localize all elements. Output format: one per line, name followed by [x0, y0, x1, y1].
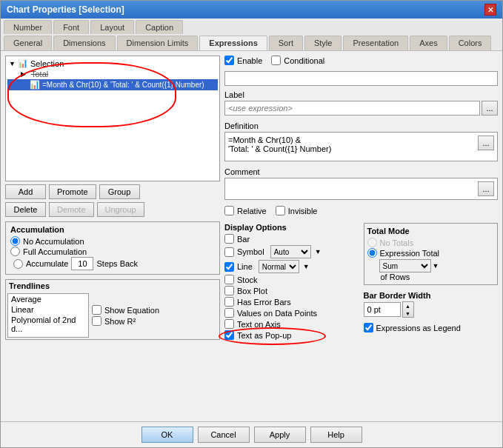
- symbol-checkbox[interactable]: [224, 247, 234, 257]
- tab-axes[interactable]: Axes: [410, 36, 447, 50]
- tab-dimensions[interactable]: Dimensions: [53, 36, 115, 50]
- trendline-polynomial[interactable]: Polynomial of 2nd d...: [8, 315, 88, 334]
- demote-button[interactable]: Demote: [49, 202, 94, 217]
- enable-checkbox[interactable]: [224, 56, 234, 65]
- expressions-legend-checkbox[interactable]: [364, 323, 373, 332]
- expressions-legend-row[interactable]: Expressions as Legend: [364, 323, 499, 332]
- show-equation-checkbox[interactable]: [92, 305, 101, 315]
- radio-full-accumulation[interactable]: Full Accumulation: [10, 247, 215, 256]
- symbol-option[interactable]: Symbol Auto ▼: [224, 245, 359, 258]
- trendlines-list[interactable]: Average Linear Polynomial of 2nd d...: [7, 293, 89, 338]
- stock-option[interactable]: Stock: [224, 275, 359, 284]
- bar-border-up[interactable]: ▲: [403, 302, 413, 310]
- text-as-popup-checkbox[interactable]: [224, 330, 234, 340]
- tree-label-selection: Selection: [30, 59, 64, 68]
- accumulate-label: Accumulate: [26, 259, 68, 268]
- sum-row: Sum ▼: [379, 259, 495, 273]
- trendlines-title: Trendlines: [6, 280, 219, 292]
- label-input[interactable]: [224, 101, 480, 116]
- bar-border-arrows: ▲ ▼: [402, 301, 414, 318]
- tab-style[interactable]: Style: [304, 36, 342, 50]
- boxplot-checkbox[interactable]: [224, 286, 234, 295]
- steps-input[interactable]: [71, 257, 93, 270]
- error-bars-checkbox[interactable]: [224, 297, 234, 307]
- ungroup-button[interactable]: Ungroup: [97, 202, 144, 217]
- tab-presentation[interactable]: Presentation: [343, 36, 408, 50]
- trendline-average[interactable]: Average: [8, 294, 88, 304]
- enable-row[interactable]: Enable: [224, 56, 262, 65]
- bar-checkbox[interactable]: [224, 234, 234, 244]
- tab-dimension-limits[interactable]: Dimension Limits: [117, 36, 199, 50]
- tree-label-expression: =Month & Chr(10) & 'Total: ' & Count({1}…: [42, 81, 204, 89]
- symbol-select[interactable]: Auto: [270, 245, 311, 258]
- group-button[interactable]: Group: [99, 184, 140, 199]
- expression-total-row[interactable]: Expression Total: [367, 248, 495, 258]
- no-totals-row[interactable]: No Totals: [367, 238, 495, 247]
- comment-box: ...: [224, 178, 498, 200]
- left-panel: ▼ 📊 Selection ▶ Total 📊 =Month & Chr(10)…: [5, 56, 220, 417]
- right-panel: Enable Conditional Label ... D: [224, 56, 498, 417]
- relative-checkbox[interactable]: [224, 206, 234, 215]
- expression-tree[interactable]: ▼ 📊 Selection ▶ Total 📊 =Month & Chr(10)…: [5, 56, 220, 181]
- add-button[interactable]: Add: [5, 184, 46, 199]
- conditional-row[interactable]: Conditional: [271, 56, 324, 65]
- tab-expressions[interactable]: Expressions: [199, 36, 267, 50]
- apply-button[interactable]: Apply: [254, 427, 306, 443]
- tree-item-expression[interactable]: 📊 =Month & Chr(10) & 'Total: ' & Count({…: [7, 79, 218, 90]
- trendline-linear[interactable]: Linear: [8, 304, 88, 315]
- tab-font[interactable]: Font: [53, 20, 89, 34]
- cancel-button[interactable]: Cancel: [198, 427, 250, 443]
- comment-text: [228, 181, 478, 196]
- line-arrow: ▼: [303, 263, 310, 270]
- delete-button[interactable]: Delete: [5, 202, 46, 217]
- tab-caption[interactable]: Caption: [136, 20, 183, 34]
- bar-border-down[interactable]: ▼: [403, 310, 413, 317]
- comment-dots-button[interactable]: ...: [478, 181, 494, 196]
- values-data-points-label: Values on Data Points: [237, 309, 317, 318]
- text-on-axis-checkbox[interactable]: [224, 319, 234, 329]
- no-totals-radio[interactable]: [367, 238, 377, 247]
- tree-item-total[interactable]: ▶ Total: [7, 69, 218, 79]
- definition-line2: 'Total: ' & Count({1} Number): [228, 144, 478, 153]
- text-as-popup-option[interactable]: Text as Pop-up: [224, 330, 359, 340]
- invisible-checkbox[interactable]: [276, 206, 285, 215]
- promote-button[interactable]: Promote: [49, 184, 96, 199]
- error-bars-option[interactable]: Has Error Bars: [224, 297, 359, 307]
- tab-number[interactable]: Number: [4, 20, 52, 34]
- tab-layout[interactable]: Layout: [90, 20, 134, 34]
- invisible-row[interactable]: Invisible: [276, 206, 318, 215]
- radio-no-accumulation[interactable]: No Accumulation: [10, 236, 215, 246]
- expression-total-radio[interactable]: [367, 248, 377, 258]
- tab-colors[interactable]: Colors: [449, 36, 492, 50]
- bar-option[interactable]: Bar: [224, 234, 359, 244]
- help-button[interactable]: Help: [310, 427, 362, 443]
- expander-total-icon[interactable]: ▶: [21, 70, 30, 78]
- bar-border-input[interactable]: [364, 302, 401, 317]
- tab-sort[interactable]: Sort: [269, 36, 303, 50]
- tab-general[interactable]: General: [4, 36, 52, 50]
- line-checkbox[interactable]: [224, 262, 234, 272]
- label-dots-button[interactable]: ...: [482, 101, 498, 116]
- boxplot-option[interactable]: Box Plot: [224, 286, 359, 295]
- tree-item-selection[interactable]: ▼ 📊 Selection: [7, 58, 218, 69]
- close-button[interactable]: ✕: [484, 4, 496, 16]
- values-data-points-option[interactable]: Values on Data Points: [224, 308, 359, 318]
- bar-border-title: Bar Border Width: [364, 291, 499, 300]
- line-option[interactable]: Line Normal ▼: [224, 260, 359, 273]
- ok-button[interactable]: OK: [141, 427, 193, 443]
- values-data-points-checkbox[interactable]: [224, 308, 234, 318]
- show-r2-row[interactable]: Show R²: [92, 316, 159, 326]
- accumulation-title: Accumulation: [10, 225, 215, 234]
- conditional-input[interactable]: [224, 71, 498, 86]
- line-select[interactable]: Normal: [259, 260, 299, 273]
- show-r2-checkbox[interactable]: [92, 316, 101, 326]
- conditional-checkbox[interactable]: [271, 56, 281, 65]
- sum-select[interactable]: Sum: [379, 259, 431, 273]
- stock-checkbox[interactable]: [224, 275, 234, 284]
- text-on-axis-option[interactable]: Text on Axis: [224, 319, 359, 329]
- relative-row[interactable]: Relative: [224, 206, 267, 215]
- btn-row-2: Delete Demote Ungroup: [5, 202, 220, 217]
- show-equation-row[interactable]: Show Equation: [92, 305, 159, 315]
- expander-icon[interactable]: ▼: [9, 60, 18, 67]
- definition-dots-button[interactable]: ...: [478, 136, 494, 150]
